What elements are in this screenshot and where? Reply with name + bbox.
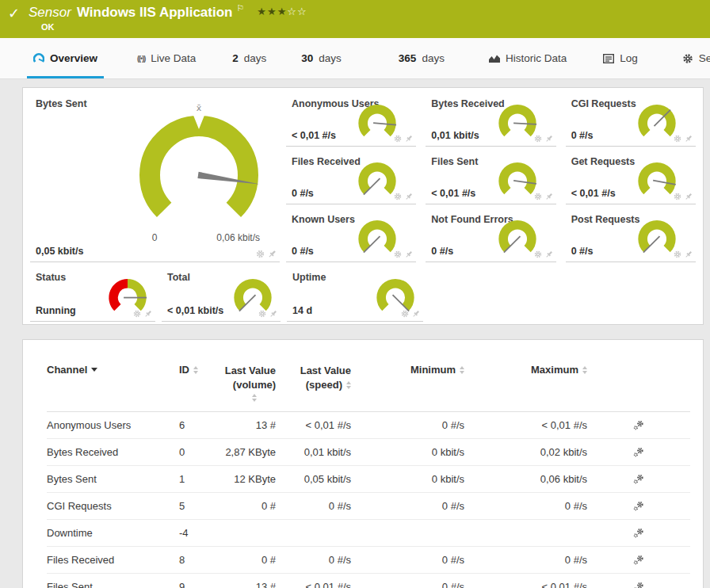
tab-label: Overview — [50, 52, 97, 64]
tile-pin-icon[interactable] — [685, 135, 693, 143]
column-header-id[interactable]: ID — [179, 364, 223, 376]
mini-gauge — [496, 101, 539, 140]
gauge-max-label: 0,06 kbit/s — [178, 232, 260, 243]
tab-365-days[interactable]: 365 days — [394, 38, 449, 78]
table-row: Bytes Sent 1 12 KByte 0,05 kbit/s 0 kbit… — [47, 466, 690, 493]
tab-30-days[interactable]: 30 days — [296, 38, 346, 78]
mini-gauge — [356, 158, 399, 198]
tile-pin-icon[interactable] — [405, 193, 413, 200]
tab-settings[interactable]: Settings — [678, 38, 710, 78]
sort-icon — [193, 366, 198, 374]
tile-gear-icon[interactable] — [674, 250, 681, 258]
maximum-value: 0,02 kbit/s — [464, 446, 587, 458]
column-header-minimum[interactable]: Minimum — [410, 364, 464, 376]
tab-label: days — [319, 52, 342, 64]
tab-label: Settings — [699, 52, 710, 64]
channels-table-panel: Channel ID Last Value(volume) Last Value… — [22, 339, 704, 588]
tab-historic-data[interactable]: Historic Data — [484, 38, 571, 78]
tile-gear-icon[interactable] — [401, 310, 409, 318]
channel-settings-gears-icon[interactable] — [633, 474, 644, 485]
gauge-value: 0 #/s — [292, 246, 314, 257]
channel-settings-gears-icon[interactable] — [633, 582, 644, 588]
average-marker-label: x̄ — [197, 104, 202, 113]
channel-settings-gears-icon[interactable] — [633, 528, 644, 539]
column-header-last-value-speed[interactable]: Last Value(speed) — [276, 364, 351, 391]
table-row: Files Sent 9 13 # < 0,01 #/s 0 #/s < 0,0… — [47, 574, 690, 588]
tile-pin-icon[interactable] — [144, 310, 152, 318]
last-value-speed: 0,01 kbit/s — [276, 446, 351, 458]
column-label: (volume) — [233, 378, 276, 391]
last-value-speed: 0,05 kbit/s — [276, 473, 351, 485]
tile-gear-icon[interactable] — [394, 135, 402, 143]
page-title: Windows IIS Application — [77, 5, 233, 20]
gauge-value: < 0,01 #/s — [431, 188, 475, 199]
gauge-value: 0 #/s — [431, 246, 453, 257]
tile-gear-icon[interactable] — [534, 135, 542, 143]
tab-2-days[interactable]: 2 days — [227, 38, 271, 78]
tile-gear-icon[interactable] — [534, 193, 542, 200]
tab-bar: Overview ((•)) Live Data 2 days 30 days … — [0, 38, 710, 79]
tile-pin-icon[interactable] — [685, 193, 693, 200]
gauge-title: Get Requests — [571, 156, 636, 167]
sensor-header: ✓ SensorWindows IIS Application⚐★★★☆☆ OK — [0, 0, 710, 38]
tile-gear-icon[interactable] — [534, 250, 542, 258]
gauge-value: < 0,01 #/s — [292, 130, 336, 141]
live-data-icon: ((•)) — [137, 55, 145, 63]
tab-log[interactable]: Log — [598, 38, 643, 78]
column-header-channel[interactable]: Channel — [47, 364, 179, 376]
gauge-title: Files Received — [292, 156, 361, 167]
mini-gauge — [356, 216, 399, 256]
minimum-value: 0 #/s — [351, 419, 464, 431]
tab-number: 365 — [399, 52, 417, 64]
channel-settings-gears-icon[interactable] — [633, 447, 644, 458]
tab-label: Live Data — [151, 52, 196, 64]
tile-gear-icon[interactable] — [674, 193, 681, 200]
mini-gauge — [374, 275, 417, 315]
tile-gear-icon[interactable] — [394, 193, 402, 200]
tile-pin-icon[interactable] — [268, 250, 277, 258]
tab-label: Historic Data — [506, 52, 567, 64]
tile-gear-icon[interactable] — [133, 310, 141, 318]
column-header-maximum[interactable]: Maximum — [531, 364, 587, 376]
channel-settings-gears-icon[interactable] — [633, 555, 644, 566]
tab-overview[interactable]: Overview — [29, 38, 102, 78]
column-header-last-value-volume[interactable]: Last Value(volume) — [223, 364, 276, 402]
tile-gear-icon[interactable] — [394, 250, 402, 258]
tile-pin-icon[interactable] — [545, 135, 553, 143]
tile-pin-icon[interactable] — [545, 193, 553, 200]
tile-pin-icon[interactable] — [405, 135, 413, 143]
channel-name: CGI Requests — [47, 500, 179, 512]
channel-settings-gears-icon[interactable] — [633, 420, 644, 431]
flag-icon: ⚐ — [236, 3, 244, 13]
priority-stars[interactable]: ★★★☆☆ — [257, 6, 307, 17]
gauge-value: 0,05 kbit/s — [36, 246, 83, 257]
tile-pin-icon[interactable] — [405, 250, 413, 258]
tile-gear-icon[interactable] — [256, 250, 265, 258]
channel-name: Bytes Sent — [47, 473, 179, 485]
tile-pin-icon[interactable] — [412, 310, 420, 318]
channel-settings-gears-icon[interactable] — [633, 501, 644, 512]
tile-pin-icon[interactable] — [269, 310, 277, 318]
gauge-tile-bytes-sent: Bytes Sent x̄ 0 0,06 kbit/s 0,05 kbit/s — [30, 94, 280, 262]
channel-id: -4 — [179, 527, 223, 539]
channel-name: Files Received — [47, 554, 179, 566]
sort-icon — [582, 366, 587, 374]
tile-gear-icon[interactable] — [258, 310, 266, 318]
tab-live-data[interactable]: ((•)) Live Data — [132, 38, 200, 78]
tab-number: 30 — [301, 52, 313, 64]
channel-id: 0 — [179, 446, 223, 458]
tile-pin-icon[interactable] — [685, 250, 693, 258]
tab-number: 2 — [232, 52, 239, 64]
column-label: Maximum — [531, 364, 578, 376]
gauge-tile-known-users: Known Users 0 #/s — [286, 210, 416, 262]
last-value-volume: 0 # — [223, 554, 276, 566]
tile-pin-icon[interactable] — [545, 250, 553, 258]
tile-gear-icon[interactable] — [674, 135, 681, 143]
channel-name: Anonymous Users — [47, 419, 179, 431]
gauge-title: Post Requests — [571, 214, 640, 225]
channel-id: 8 — [179, 554, 223, 566]
gauge-value: 14 d — [292, 305, 312, 316]
gauge-icon — [33, 53, 44, 64]
channel-id: 5 — [179, 500, 223, 512]
gauge-tile-cgi-requests: CGI Requests 0 #/s — [566, 94, 696, 147]
